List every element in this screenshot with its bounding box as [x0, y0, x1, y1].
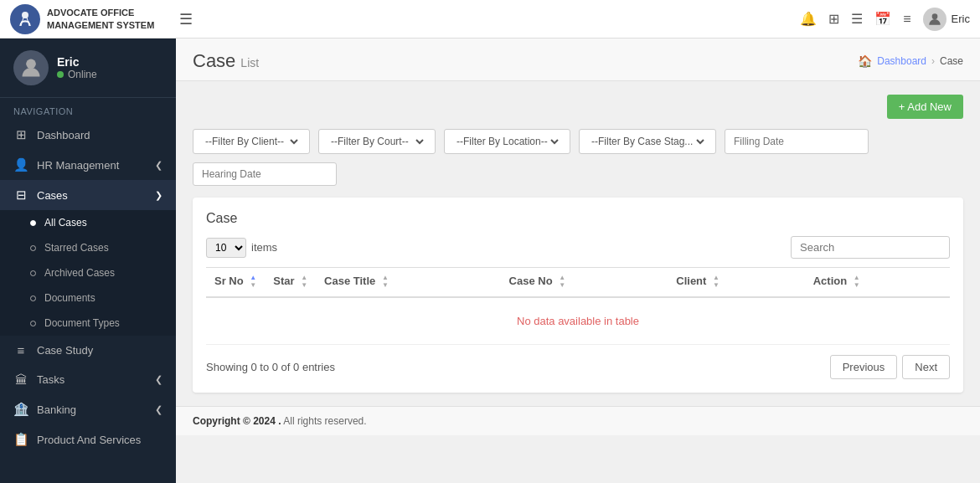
tasks-arrow-icon: ❮ [155, 374, 162, 385]
sidebar-avatar [13, 50, 49, 85]
case-no-sort-icon: ▲▼ [559, 275, 565, 290]
col-case-title[interactable]: Case Title ▲▼ [316, 268, 501, 297]
top-user-name: Eric [952, 13, 970, 25]
calendar-icon[interactable]: 📅 [874, 11, 891, 27]
brand-logo: ADVOCATE OFFICE MANAGEMENT SYSTEM [10, 4, 154, 34]
col-sr-no[interactable]: Sr No ▲ ▼ [206, 268, 265, 297]
user-avatar-icon [926, 11, 943, 28]
col-star[interactable]: Star ▲▼ [265, 268, 316, 297]
banking-arrow-icon: ❮ [155, 404, 162, 415]
case-study-icon: ≡ [13, 343, 28, 357]
table-controls: 10 items [206, 236, 950, 259]
sidebar-item-cases[interactable]: ⊟ Cases ❯ [0, 180, 176, 210]
hamburger-menu[interactable]: ☰ [179, 10, 193, 28]
brand-text: ADVOCATE OFFICE MANAGEMENT SYSTEM [47, 7, 154, 31]
notification-icon[interactable]: 🔔 [800, 11, 817, 27]
page-header: Case List 🏠 Dashboard › Case [176, 39, 980, 81]
sidebar-item-banking[interactable]: 🏦 Banking ❮ [0, 394, 176, 424]
sidebar-item-document-types[interactable]: Document Types [0, 311, 176, 336]
dashboard-icon: ⊞ [13, 127, 28, 142]
sidebar-item-product-services[interactable]: 📋 Product And Services [0, 424, 176, 455]
cases-sub-menu: All Cases Starred Cases Archived Cases D… [0, 210, 176, 336]
sidebar-item-label: Dashboard [37, 129, 162, 141]
next-button[interactable]: Next [902, 355, 950, 379]
sidebar-item-all-cases[interactable]: All Cases [0, 210, 176, 235]
action-sort-icon: ▲▼ [854, 275, 860, 290]
home-icon: 🏠 [858, 54, 872, 68]
breadcrumb: 🏠 Dashboard › Case [858, 54, 963, 68]
sidebar-user-name: Eric [57, 55, 97, 69]
navbar-right: 🔔 ⊞ ☰ 📅 ≡ Eric [800, 8, 970, 31]
table-body: No data available in table [206, 297, 950, 345]
hr-arrow-icon: ❮ [155, 160, 162, 171]
filter-client[interactable]: --Filter By Client-- [193, 129, 310, 154]
menu-alt-icon[interactable]: ≡ [903, 12, 910, 27]
cases-arrow-icon: ❯ [155, 190, 162, 201]
main-layout: Eric Online Navigation ⊞ Dashboard 👤 HR … [0, 39, 980, 483]
list-icon[interactable]: ☰ [851, 11, 863, 27]
showing-entries-text: Showing 0 to 0 of 0 entries [206, 361, 335, 373]
starred-cases-label: Starred Cases [44, 242, 109, 254]
add-new-button[interactable]: + Add New [887, 95, 963, 119]
navbar-left: ADVOCATE OFFICE MANAGEMENT SYSTEM ☰ [10, 4, 193, 34]
sidebar-item-starred-cases[interactable]: Starred Cases [0, 235, 176, 260]
copyright-text: Copyright © 2024 . All rights reserved. [193, 415, 367, 427]
breadcrumb-separator: › [931, 55, 935, 67]
sidebar-item-dashboard[interactable]: ⊞ Dashboard [0, 120, 176, 150]
sidebar-item-label: Tasks [37, 373, 147, 386]
starred-cases-dot [30, 245, 36, 251]
sr-no-sort-icon: ▲ ▼ [250, 275, 256, 290]
sidebar-item-documents[interactable]: Documents [0, 285, 176, 311]
filter-client-select[interactable]: --Filter By Client-- [202, 135, 301, 148]
search-input[interactable] [791, 236, 950, 259]
svg-point-1 [931, 13, 937, 19]
all-cases-dot [30, 220, 36, 226]
document-types-dot [30, 321, 36, 326]
content-area: Case List 🏠 Dashboard › Case + Add New -… [176, 39, 980, 483]
nav-label: Navigation [0, 98, 176, 120]
previous-button[interactable]: Previous [830, 355, 898, 379]
no-data-message: No data available in table [206, 297, 950, 345]
filter-location[interactable]: --Filter By Location-- [444, 129, 570, 154]
tasks-icon: 🏛 [13, 373, 28, 387]
filter-case-stage[interactable]: --Filter By Case Stag... [579, 129, 716, 154]
top-navbar: ADVOCATE OFFICE MANAGEMENT SYSTEM ☰ 🔔 ⊞ … [0, 0, 980, 39]
status-text: Online [68, 69, 97, 80]
col-action[interactable]: Action ▲▼ [805, 268, 950, 297]
items-count-select[interactable]: 10 [206, 238, 246, 258]
filter-location-select[interactable]: --Filter By Location-- [453, 135, 561, 148]
sidebar-item-label: Case Study [37, 344, 162, 357]
sidebar-avatar-icon [19, 56, 43, 80]
document-types-label: Document Types [44, 317, 120, 329]
filter-court[interactable]: --Filter By Court-- [318, 129, 436, 154]
sidebar-user-info: Eric Online [0, 39, 176, 98]
page-subtitle: List [240, 56, 259, 69]
status-dot [57, 71, 64, 78]
user-badge[interactable]: Eric [923, 8, 970, 31]
page-title: Case [193, 50, 235, 72]
filling-date-input[interactable] [725, 129, 869, 154]
grid-icon[interactable]: ⊞ [828, 11, 839, 27]
page-title-area: Case List [193, 50, 259, 72]
filter-row: --Filter By Client-- --Filter By Court--… [193, 129, 963, 186]
sidebar-item-label: Product And Services [37, 434, 162, 446]
product-services-icon: 📋 [13, 432, 28, 447]
col-case-no[interactable]: Case No ▲▼ [501, 268, 668, 297]
svg-point-0 [22, 12, 28, 18]
sidebar-item-hr[interactable]: 👤 HR Management ❮ [0, 150, 176, 180]
hearing-date-input[interactable] [193, 162, 337, 186]
breadcrumb-home[interactable]: Dashboard [877, 55, 926, 67]
archived-cases-dot [30, 270, 36, 276]
sidebar-item-tasks[interactable]: 🏛 Tasks ❮ [0, 365, 176, 394]
search-box [791, 236, 950, 259]
col-client[interactable]: Client ▲▼ [668, 268, 804, 297]
all-cases-label: All Cases [44, 217, 87, 229]
filter-case-stage-select[interactable]: --Filter By Case Stag... [588, 135, 707, 148]
sidebar-item-case-study[interactable]: ≡ Case Study [0, 336, 176, 365]
case-title-sort-icon: ▲▼ [382, 275, 389, 290]
filter-court-select[interactable]: --Filter By Court-- [328, 135, 426, 148]
no-data-row: No data available in table [206, 297, 950, 345]
sidebar-item-archived-cases[interactable]: Archived Cases [0, 260, 176, 285]
brand-icon-container [10, 4, 40, 34]
cases-table: Sr No ▲ ▼ Star ▲▼ [206, 267, 950, 345]
